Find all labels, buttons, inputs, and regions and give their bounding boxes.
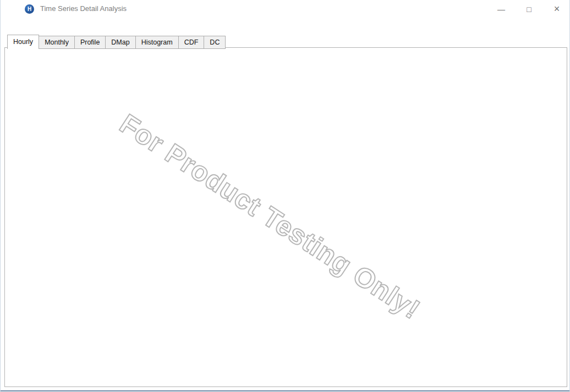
window-controls: — □ × — [489, 0, 569, 18]
tab-cdf[interactable]: CDF — [178, 36, 205, 49]
tab-bar: HourlyMonthlyProfileDMapHistogramCDFDC — [7, 35, 225, 49]
maximize-button[interactable]: □ — [517, 1, 542, 18]
tab-hourly[interactable]: Hourly — [7, 35, 39, 49]
tab-profile[interactable]: Profile — [74, 36, 106, 49]
tab-monthly[interactable]: Monthly — [39, 36, 75, 49]
homer-icon: H — [25, 4, 34, 14]
window-title: Time Series Detail Analysis — [40, 4, 127, 13]
title-bar: H Time Series Detail Analysis — □ × — [1, 0, 569, 18]
content-pane — [4, 47, 567, 387]
app-window: H Time Series Detail Analysis — □ × Hour… — [0, 0, 570, 392]
tab-dmap[interactable]: DMap — [105, 36, 135, 49]
window-border — [1, 390, 569, 391]
tab-histogram[interactable]: Histogram — [135, 36, 179, 49]
close-button[interactable]: × — [544, 0, 569, 18]
tab-dc[interactable]: DC — [204, 36, 226, 49]
minimize-button[interactable]: — — [489, 1, 514, 18]
